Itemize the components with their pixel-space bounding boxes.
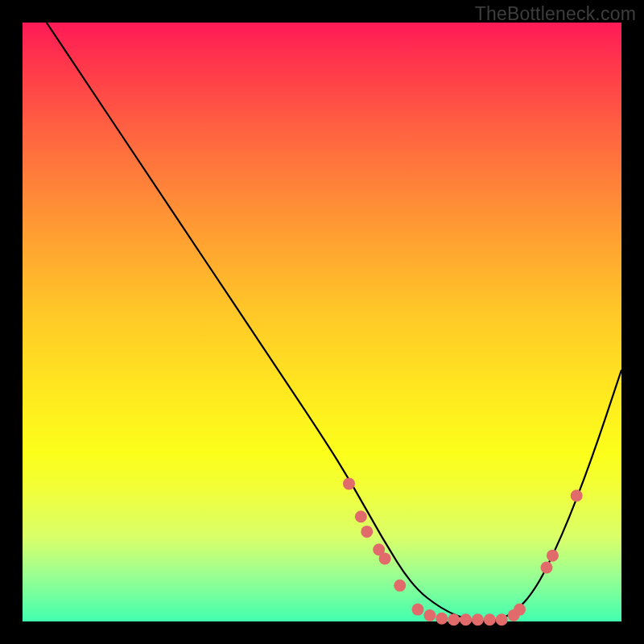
data-marker: [541, 562, 553, 574]
data-marker: [423, 609, 436, 621]
data-marker: [379, 552, 391, 564]
data-marker: [355, 510, 367, 522]
data-marker: [472, 613, 484, 625]
watermark-text: TheBottleneck.com: [475, 3, 636, 25]
data-marker: [460, 613, 472, 625]
data-marker: [571, 489, 583, 502]
data-marker: [361, 526, 373, 538]
data-marker: [496, 613, 508, 625]
data-marker: [484, 613, 496, 625]
data-marker: [412, 604, 424, 616]
bottleneck-curve: [47, 23, 621, 621]
data-marker: [343, 477, 355, 489]
data-marker: [436, 613, 448, 625]
chart-frame: [23, 23, 621, 621]
data-marker: [394, 580, 406, 592]
data-marker: [514, 604, 526, 616]
data-marker: [448, 613, 460, 625]
data-marker: [547, 550, 559, 562]
data-markers: [343, 477, 583, 625]
chart-svg: [23, 23, 621, 621]
